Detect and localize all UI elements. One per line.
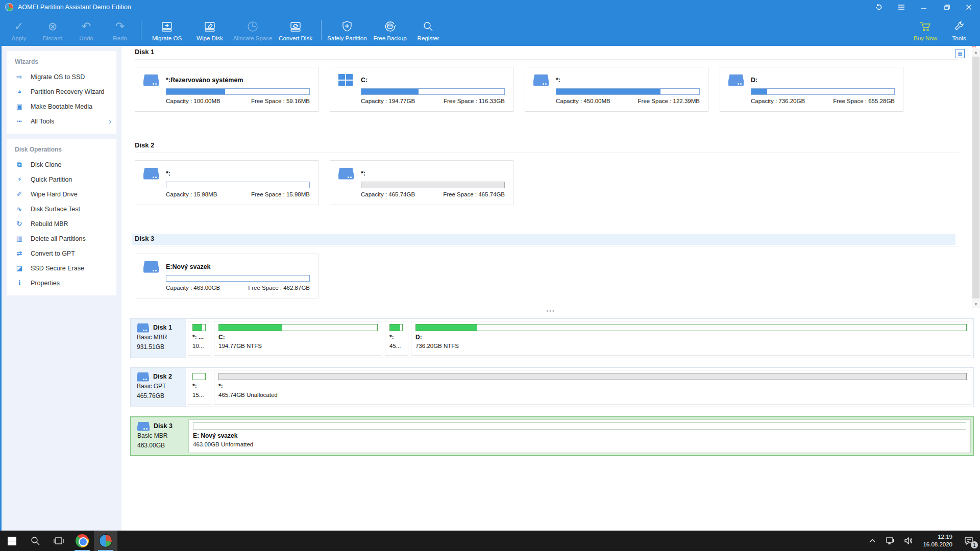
allocate-space-button[interactable]: Allocate Space: [231, 14, 274, 46]
partition-label: *: ...: [192, 334, 207, 341]
partition-card-d[interactable]: D: Capacity : 736.20GB Free Space : 655.…: [720, 67, 903, 112]
usage-bar: [556, 88, 700, 95]
register-button[interactable]: Register: [411, 14, 445, 46]
sidebar-item-migrate-os-to-ssd[interactable]: ⇨ Migrate OS to SSD: [7, 69, 116, 84]
sidebar-item-delete-all-partitions[interactable]: ▥ Delete all Partitions: [7, 231, 116, 246]
sidebar-item-disk-clone[interactable]: ⧉ Disk Clone: [7, 157, 116, 172]
free-space-label: Free Space : 462.87GB: [248, 285, 310, 291]
sidebar-item-ssd-secure-erase[interactable]: ◪ SSD Secure Erase: [7, 261, 116, 276]
migrate-os-button[interactable]: Migrate OS: [145, 14, 188, 46]
network-icon: [886, 537, 895, 545]
sidebar-item-disk-surface-test[interactable]: ∿ Disk Surface Test: [7, 202, 116, 216]
clock-date: 16.08.2020: [923, 541, 952, 548]
disk-row-2[interactable]: Disk 2 Basic GPT 465.76GB *: 15... *: 46…: [130, 367, 974, 407]
disk-type: Basic GPT: [137, 382, 186, 391]
wizards-header: Wizards: [7, 54, 116, 69]
tools-label: Tools: [952, 35, 966, 41]
partition-cell-e[interactable]: E: Nový svazek 463.00GB Unformatted: [188, 419, 971, 453]
partition-name: *:: [166, 170, 170, 177]
partition-label: *:: [218, 383, 967, 390]
sidebar-item-rebuild-mbr[interactable]: ↻ Rebuild MBR: [7, 216, 116, 231]
redo-button[interactable]: ↷ Redo: [103, 14, 137, 46]
drive-icon: [143, 168, 159, 180]
volume-tray-button[interactable]: [899, 531, 918, 551]
partition-card-e[interactable]: E:Nový svazek Capacity : 463.00GB Free S…: [135, 254, 318, 298]
usage-bar: [389, 324, 403, 331]
buy-now-button[interactable]: Buy Now: [909, 14, 942, 46]
buy-now-label: Buy Now: [914, 35, 937, 41]
disk-row-1[interactable]: Disk 1 Basic MBR 931.51GB *: ... 10... C…: [130, 318, 974, 358]
usage-bar: [166, 88, 310, 95]
partition-cell-d[interactable]: D: 736.20GB NTFS: [411, 321, 971, 356]
cart-icon: [919, 19, 932, 34]
scroll-down-icon[interactable]: ▼: [972, 300, 980, 308]
partition-card-unallocated[interactable]: *: Capacity : 465.74GB Free Space : 465.…: [330, 160, 513, 205]
wipe-disk-button[interactable]: Wipe Disk: [188, 14, 231, 46]
partition-card-msr[interactable]: *: Capacity : 15.98MB Free Space : 15.98…: [135, 160, 318, 205]
usage-bar: [193, 422, 966, 430]
vertical-scrollbar[interactable]: ▲ ▼: [972, 48, 980, 308]
sidebar-item-make-bootable-media[interactable]: ▣ Make Bootable Media: [7, 99, 116, 114]
drive-icon: [143, 261, 159, 273]
partition-cell-unallocated[interactable]: *: 465.74GB Unallocated: [214, 370, 971, 405]
partition-card-c[interactable]: C: Capacity : 194.77GB Free Space : 116.…: [330, 67, 513, 112]
disk-info: Disk 2 Basic GPT 465.76GB: [131, 368, 186, 407]
panel-splitter[interactable]: •••: [121, 308, 980, 313]
capacity-label: Capacity : 736.20GB: [751, 98, 805, 104]
partition-cell[interactable]: *: ... 10...: [188, 321, 211, 356]
drive-icon: [137, 422, 150, 431]
close-icon[interactable]: [958, 0, 980, 14]
partition-card-recovery[interactable]: *: Capacity : 450.00MB Free Space : 122.…: [525, 67, 708, 112]
minimize-icon[interactable]: [913, 0, 935, 14]
partition-name: D:: [751, 77, 757, 84]
network-tray-button[interactable]: [881, 531, 899, 551]
wrench-icon: [952, 19, 966, 34]
start-button[interactable]: [0, 531, 23, 551]
partition-label: C:: [218, 334, 378, 341]
aomei-icon: [99, 534, 112, 547]
sidebar-item-convert-to-gpt[interactable]: ⇄ Convert to GPT: [7, 246, 116, 261]
partition-card-system-reserved[interactable]: *:Rezervováno systémem Capacity : 100.00…: [135, 67, 318, 112]
view-toggle-icon[interactable]: ▦: [955, 49, 965, 58]
action-center-button[interactable]: 1: [958, 531, 980, 551]
migrate-os-icon: [160, 19, 174, 34]
partition-size: 45...: [389, 343, 404, 349]
taskbar-chrome-button[interactable]: [70, 531, 94, 551]
disk-size: 463.00GB: [137, 441, 186, 450]
taskbar-clock[interactable]: 12:19 16.08.2020: [918, 531, 958, 551]
undo-button[interactable]: ↶ Undo: [69, 14, 103, 46]
usage-bar: [361, 182, 505, 188]
tray-expand-button[interactable]: [864, 531, 881, 551]
partition-cell-c[interactable]: C: 194.77GB NTFS: [214, 321, 382, 356]
apply-button[interactable]: ✓ Apply: [2, 14, 36, 46]
sidebar-item-quick-partition[interactable]: ⚡ Quick Partition: [7, 172, 116, 187]
notification-badge: 1: [971, 541, 978, 548]
partition-cell[interactable]: *: 15...: [188, 370, 211, 405]
sidebar-item-wipe-hard-drive[interactable]: ✐ Wipe Hard Drive: [7, 187, 116, 202]
drive-icon: [728, 74, 744, 86]
safely-partition-label: Safely Partition: [327, 35, 366, 41]
menu-icon[interactable]: [890, 0, 913, 14]
partition-cell[interactable]: *: 45...: [385, 321, 408, 356]
free-backup-button[interactable]: Free Backup: [369, 14, 411, 46]
disk-row-3-selected[interactable]: Disk 3 Basic MBR 463.00GB E: Nový svazek…: [130, 416, 974, 456]
task-view-button[interactable]: [47, 531, 70, 551]
restore-icon[interactable]: [935, 0, 958, 14]
register-label: Register: [418, 35, 439, 41]
redo-icon: ↷: [115, 19, 125, 34]
speaker-icon: [904, 537, 913, 545]
safely-partition-button[interactable]: Safely Partition: [326, 14, 369, 46]
disk-name: Disk 2: [153, 372, 172, 382]
discard-button[interactable]: ⊗ Discard: [36, 14, 69, 46]
taskbar-aomei-button[interactable]: [94, 531, 117, 551]
search-button[interactable]: [23, 531, 47, 551]
tools-button[interactable]: Tools: [942, 14, 976, 46]
refresh-icon[interactable]: [868, 0, 890, 14]
main-toolbar: ✓ Apply ⊗ Discard ↶ Undo ↷ Redo Migrate …: [0, 14, 980, 46]
sidebar-item-properties[interactable]: ℹ Properties: [7, 276, 116, 290]
sidebar-item-partition-recovery-wizard[interactable]: ◕ Partition Recovery Wizard: [7, 84, 116, 99]
sidebar-item-all-tools[interactable]: ••• All Tools ›: [7, 114, 116, 129]
panel-close-icon[interactable]: ✕: [971, 46, 977, 49]
convert-disk-button[interactable]: Convert Disk: [274, 14, 317, 46]
scrollbar-thumb[interactable]: [972, 57, 979, 298]
